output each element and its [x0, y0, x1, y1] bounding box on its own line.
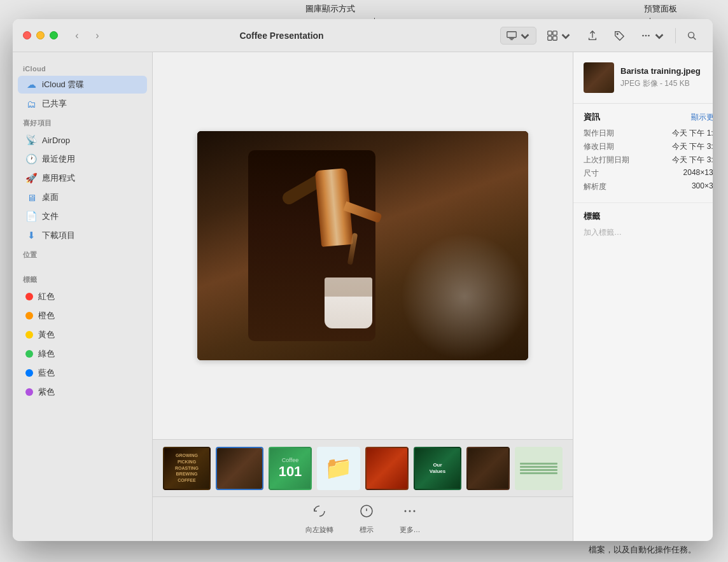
- last-opened-label: 上次打開日期: [584, 155, 629, 165]
- fullscreen-button[interactable]: [50, 31, 58, 39]
- resolution-value: 300×300: [692, 181, 713, 192]
- minimize-button[interactable]: [36, 31, 45, 39]
- gallery-view-chevron-icon: [519, 30, 531, 41]
- recents-label: 最近使用: [42, 153, 75, 165]
- toolbar-divider: [675, 28, 676, 43]
- show-more-button[interactable]: 顯示更多: [691, 112, 713, 123]
- toolbar-right: [500, 27, 703, 45]
- sidebar-item-orange-tag[interactable]: 橙色: [18, 307, 147, 325]
- coffee-image: [197, 131, 528, 360]
- info-section-title: 資訊: [584, 111, 600, 123]
- tags-placeholder[interactable]: 加入標籤…: [584, 227, 713, 238]
- preview-panel: Barista training.jpeg JPEG 影像 - 145 KB 資…: [573, 52, 713, 541]
- recents-icon: 🕐: [25, 153, 37, 165]
- icloud-drive-icon: ☁: [25, 79, 37, 90]
- purple-tag-dot: [25, 388, 33, 396]
- created-row: 製作日期 今天 下午 1:34: [584, 128, 713, 139]
- sidebar-item-icloud-drive[interactable]: ☁ iCloud 雲碟: [18, 76, 147, 94]
- green-tag-label: 綠色: [38, 348, 55, 360]
- search-button[interactable]: [681, 27, 703, 44]
- resolution-label: 解析度: [584, 181, 606, 192]
- favorites-section-label: 喜好項目: [13, 113, 152, 130]
- sidebar-item-documents[interactable]: 📄 文件: [18, 207, 147, 225]
- icloud-drive-label: iCloud 雲碟: [42, 79, 84, 90]
- red-tag-label: 紅色: [38, 291, 55, 302]
- gallery-view-label: 圖庫顯示方式: [305, 3, 355, 15]
- finder-window: ‹ › Coffee Presentation: [13, 19, 713, 541]
- markup-action[interactable]: 標示: [359, 503, 374, 535]
- red-tag-dot: [25, 293, 33, 300]
- close-button[interactable]: [23, 31, 31, 39]
- svg-point-11: [689, 32, 694, 38]
- tags-section-label: 標籤: [13, 270, 152, 287]
- svg-line-12: [694, 37, 696, 39]
- thumbnail-5[interactable]: [365, 447, 409, 490]
- traffic-lights: [23, 31, 58, 39]
- size-label: 尺寸: [584, 168, 599, 179]
- grid-view-chevron: [560, 30, 571, 41]
- thumbnail-2[interactable]: [216, 447, 263, 490]
- modified-label: 修改日期: [584, 141, 614, 152]
- svg-point-16: [414, 510, 416, 512]
- markup-label: 標示: [360, 525, 374, 535]
- modified-row: 修改日期 今天 下午 3:54: [584, 141, 713, 152]
- shared-label: 已共享: [42, 98, 67, 109]
- sidebar-item-blue-tag[interactable]: 藍色: [18, 364, 147, 382]
- forward-button[interactable]: ›: [88, 27, 106, 45]
- svg-rect-4: [553, 31, 557, 34]
- desktop-icon: 🖥: [25, 192, 37, 203]
- size-row: 尺寸 2048×1366: [584, 168, 713, 179]
- thumbnail-8[interactable]: [515, 447, 563, 490]
- tags-section-title: 標籤: [584, 211, 713, 222]
- svg-point-14: [405, 510, 407, 512]
- svg-point-15: [409, 510, 411, 512]
- created-value: 今天 下午 1:34: [672, 128, 713, 139]
- sidebar-item-applications[interactable]: 🚀 應用程式: [18, 169, 147, 187]
- thumbnail-3[interactable]: Coffee 101: [269, 447, 312, 490]
- sidebar-item-recents[interactable]: 🕐 最近使用: [18, 150, 147, 168]
- cup-top: [325, 277, 372, 297]
- preview-panel-label: 預覽面板: [644, 3, 677, 15]
- more-action[interactable]: 更多…: [400, 503, 421, 535]
- back-button[interactable]: ‹: [68, 27, 86, 45]
- preview-filetype: JPEG 影像 - 145 KB: [620, 78, 713, 89]
- more-button[interactable]: [635, 27, 670, 44]
- more-icon: [640, 30, 652, 41]
- rotate-action[interactable]: 向左旋轉: [305, 503, 333, 535]
- sidebar-item-shared[interactable]: 🗂 已共享: [18, 95, 147, 113]
- purple-tag-label: 紫色: [38, 386, 55, 398]
- thumbnail-4[interactable]: 📁: [317, 447, 360, 490]
- bottom-action-bar: 向左旋轉 標示: [153, 496, 573, 541]
- sidebar-item-red-tag[interactable]: 紅色: [18, 288, 147, 306]
- sidebar-item-green-tag[interactable]: 綠色: [18, 345, 147, 363]
- window-title: Coffee Presentation: [114, 31, 449, 41]
- svg-rect-3: [548, 31, 552, 34]
- more-chevron: [654, 30, 665, 41]
- gallery-view-button[interactable]: [500, 27, 536, 45]
- yellow-tag-label: 黃色: [38, 329, 55, 341]
- share-button[interactable]: [582, 27, 603, 44]
- sidebar-item-purple-tag[interactable]: 紫色: [18, 383, 147, 401]
- rotate-icon: [312, 503, 327, 523]
- sidebar-item-downloads[interactable]: ⬇ 下載項目: [18, 227, 147, 244]
- thumbnail-1[interactable]: GROWINGPICKINGROASTINGBREWINGCOFFEE: [163, 447, 211, 490]
- main-content: iCloud ☁ iCloud 雲碟 🗂 已共享 喜好項目 📡 AirDrop …: [13, 52, 713, 541]
- main-image-container[interactable]: [197, 131, 528, 360]
- sidebar-item-airdrop[interactable]: 📡 AirDrop: [18, 131, 147, 149]
- sidebar-item-desktop[interactable]: 🖥 桌面: [18, 188, 147, 206]
- sidebar-item-yellow-tag[interactable]: 黃色: [18, 326, 147, 344]
- title-bar: ‹ › Coffee Presentation: [13, 19, 713, 52]
- grid-view-button[interactable]: [542, 27, 577, 44]
- yellow-tag-dot: [25, 331, 33, 339]
- svg-rect-0: [507, 31, 516, 37]
- thumbnail-7[interactable]: [466, 447, 510, 490]
- tags-button[interactable]: [608, 27, 630, 44]
- svg-point-9: [645, 34, 647, 36]
- nav-buttons: ‹ ›: [68, 27, 106, 45]
- last-opened-value: 今天 下午 3:54: [672, 155, 713, 165]
- rotate-label: 向左旋轉: [305, 525, 333, 535]
- svg-rect-5: [548, 36, 552, 39]
- markup-icon: [359, 503, 374, 523]
- thumbnail-6[interactable]: OurValues: [414, 447, 461, 490]
- orange-tag-label: 橙色: [38, 310, 55, 321]
